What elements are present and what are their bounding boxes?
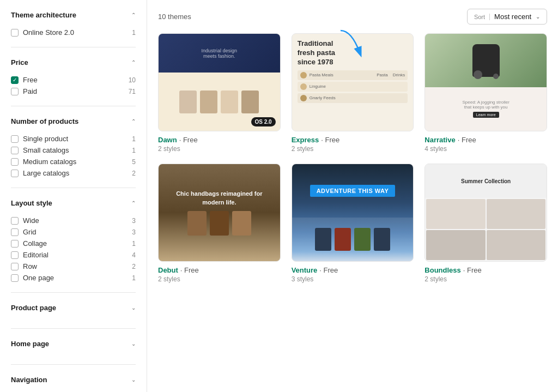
theme-info-debut: Debut · Free 2 styles bbox=[158, 266, 281, 283]
filter-title-product-page: Product page bbox=[11, 304, 56, 312]
theme-card-narrative[interactable]: Speed: A jogging strollerthat keeps up w… bbox=[424, 33, 547, 153]
filter-item-large-catalogs: Large catalogs 2 bbox=[11, 167, 136, 179]
filter-section-number-of-products: Number of products ⌃ Single product 1 Sm… bbox=[11, 115, 136, 188]
sort-value: Most recent bbox=[494, 13, 531, 21]
app-container: Theme architecture ⌃ Online Store 2.0 1 … bbox=[0, 0, 558, 392]
venture-thumbnail: ADVENTURE THIS WAY bbox=[292, 164, 414, 261]
filter-count-collage: 1 bbox=[132, 240, 136, 248]
checkbox-medium-catalogs[interactable] bbox=[11, 158, 19, 166]
filter-count-one-page: 1 bbox=[132, 274, 136, 282]
theme-image-express: Traditionalfresh pastasince 1978 Pasta M… bbox=[292, 33, 414, 131]
theme-styles-boundless: 2 styles bbox=[424, 275, 547, 283]
chevron-up-icon-products: ⌃ bbox=[131, 118, 136, 124]
checkbox-single-product[interactable] bbox=[11, 135, 19, 143]
theme-name-boundless[interactable]: Boundless bbox=[424, 266, 460, 274]
sort-button[interactable]: Sort Most recent ⌄ bbox=[467, 9, 547, 25]
checkbox-small-catalogs[interactable] bbox=[11, 147, 19, 154]
theme-name-dawn[interactable]: Dawn bbox=[158, 136, 177, 144]
theme-image-debut: Chic handbags reimagined formodern life. bbox=[158, 164, 281, 262]
chevron-down-icon-home-page: ⌄ bbox=[131, 341, 136, 347]
filter-count-paid: 71 bbox=[129, 88, 136, 95]
filter-title-layout-style: Layout style bbox=[11, 199, 52, 207]
main-content: 10 themes Sort Most recent ⌄ Industrial … bbox=[147, 0, 558, 392]
filter-header-layout-style[interactable]: Layout style ⌃ bbox=[11, 197, 136, 209]
checkbox-wide[interactable] bbox=[11, 217, 19, 225]
theme-info-narrative: Narrative · Free 4 styles bbox=[424, 136, 547, 153]
checkbox-online-store[interactable] bbox=[11, 29, 19, 37]
filter-count-online-store: 1 bbox=[132, 29, 136, 37]
theme-card-debut[interactable]: Chic handbags reimagined formodern life. bbox=[158, 164, 281, 283]
checkbox-grid[interactable] bbox=[11, 228, 19, 236]
filter-header-theme-architecture[interactable]: Theme architecture ⌃ bbox=[11, 9, 136, 21]
theme-name-debut[interactable]: Debut bbox=[158, 266, 178, 274]
filter-count-medium-catalogs: 5 bbox=[132, 158, 136, 166]
filter-header-home-page[interactable]: Home page ⌄ bbox=[11, 337, 136, 350]
filter-item-editorial: Editorial 4 bbox=[11, 249, 136, 261]
filter-label-row: Row bbox=[23, 262, 37, 270]
chevron-up-icon: ⌃ bbox=[131, 12, 136, 18]
theme-image-dawn: Industrial designmeets fashion. OS 2.0 bbox=[158, 33, 281, 131]
checkbox-paid[interactable] bbox=[11, 88, 19, 95]
chevron-down-icon-sort: ⌄ bbox=[536, 14, 540, 20]
dawn-thumbnail: Industrial designmeets fashion. bbox=[159, 34, 280, 131]
theme-price-dawn: · Free bbox=[179, 136, 198, 144]
theme-name-express[interactable]: Express bbox=[292, 136, 319, 144]
filter-item-grid: Grid 3 bbox=[11, 226, 136, 238]
filter-count-large-catalogs: 2 bbox=[132, 170, 136, 177]
theme-card-venture[interactable]: ADVENTURE THIS WAY Ven bbox=[292, 164, 414, 283]
filter-header-price[interactable]: Price ⌃ bbox=[11, 56, 136, 69]
checkbox-one-page[interactable] bbox=[11, 274, 19, 282]
filter-count-editorial: 4 bbox=[132, 251, 136, 259]
checkbox-free[interactable] bbox=[11, 76, 19, 84]
theme-info-venture: Venture · Free 3 styles bbox=[292, 266, 414, 283]
checkbox-editorial[interactable] bbox=[11, 251, 19, 259]
filter-section-home-page: Home page ⌄ bbox=[11, 337, 136, 365]
checkbox-collage[interactable] bbox=[11, 240, 19, 248]
chevron-up-icon-layout: ⌃ bbox=[131, 200, 136, 206]
filter-label-paid: Paid bbox=[23, 87, 37, 95]
theme-card-express[interactable]: Traditionalfresh pastasince 1978 Pasta M… bbox=[292, 33, 414, 153]
theme-price-venture: · Free bbox=[319, 266, 338, 274]
filter-header-navigation[interactable]: Navigation ⌄ bbox=[11, 373, 136, 386]
filter-item-free: Free 10 bbox=[11, 74, 136, 86]
theme-styles-express: 2 styles bbox=[292, 145, 414, 153]
filter-label-collage: Collage bbox=[23, 239, 47, 248]
filter-title-price: Price bbox=[11, 58, 28, 67]
theme-name-narrative[interactable]: Narrative bbox=[424, 136, 455, 144]
narrative-thumbnail: Speed: A jogging strollerthat keeps up w… bbox=[425, 34, 547, 131]
theme-info-boundless: Boundless · Free 2 styles bbox=[424, 266, 547, 283]
filter-item-small-catalogs: Small catalogs 1 bbox=[11, 144, 136, 156]
filter-section-price: Price ⌃ Free 10 Paid 71 bbox=[11, 56, 136, 106]
filter-section-navigation: Navigation ⌄ bbox=[11, 373, 136, 392]
filter-title-navigation: Navigation bbox=[11, 376, 47, 384]
filter-section-product-page: Product page ⌄ bbox=[11, 301, 136, 329]
theme-info-dawn: Dawn · Free 2 styles bbox=[158, 136, 281, 153]
filter-header-product-page[interactable]: Product page ⌄ bbox=[11, 301, 136, 314]
theme-image-narrative: Speed: A jogging strollerthat keeps up w… bbox=[424, 33, 547, 131]
filter-header-number-of-products[interactable]: Number of products ⌃ bbox=[11, 115, 136, 128]
filter-item-online-store: Online Store 2.0 1 bbox=[11, 27, 136, 38]
filter-label-online-store: Online Store 2.0 bbox=[23, 28, 74, 37]
filter-label-small-catalogs: Small catalogs bbox=[23, 146, 69, 154]
filter-count-small-catalogs: 1 bbox=[132, 147, 136, 154]
filter-section-theme-architecture: Theme architecture ⌃ Online Store 2.0 1 bbox=[11, 9, 136, 47]
filter-item-single-product: Single product 1 bbox=[11, 133, 136, 144]
theme-card-boundless[interactable]: Summer Collection Boun bbox=[424, 164, 547, 283]
theme-card-dawn[interactable]: Industrial designmeets fashion. OS 2.0 bbox=[158, 33, 281, 153]
theme-styles-narrative: 4 styles bbox=[424, 145, 547, 153]
themes-grid: Industrial designmeets fashion. OS 2.0 bbox=[158, 33, 547, 283]
theme-info-express: Express · Free 2 styles bbox=[292, 136, 414, 153]
os2-badge-dawn: OS 2.0 bbox=[251, 117, 276, 126]
themes-count: 10 themes bbox=[158, 13, 191, 21]
chevron-down-icon-product-page: ⌄ bbox=[131, 305, 136, 311]
filter-item-wide: Wide 3 bbox=[11, 215, 136, 226]
filter-count-free: 10 bbox=[129, 76, 136, 84]
theme-name-venture[interactable]: Venture bbox=[292, 266, 318, 274]
filter-label-single-product: Single product bbox=[23, 135, 68, 143]
theme-image-boundless: Summer Collection bbox=[424, 164, 547, 262]
checkbox-large-catalogs[interactable] bbox=[11, 170, 19, 177]
theme-price-narrative: · Free bbox=[458, 136, 476, 144]
filter-title-number-of-products: Number of products bbox=[11, 117, 78, 125]
theme-styles-debut: 2 styles bbox=[158, 275, 281, 283]
checkbox-row[interactable] bbox=[11, 263, 19, 270]
